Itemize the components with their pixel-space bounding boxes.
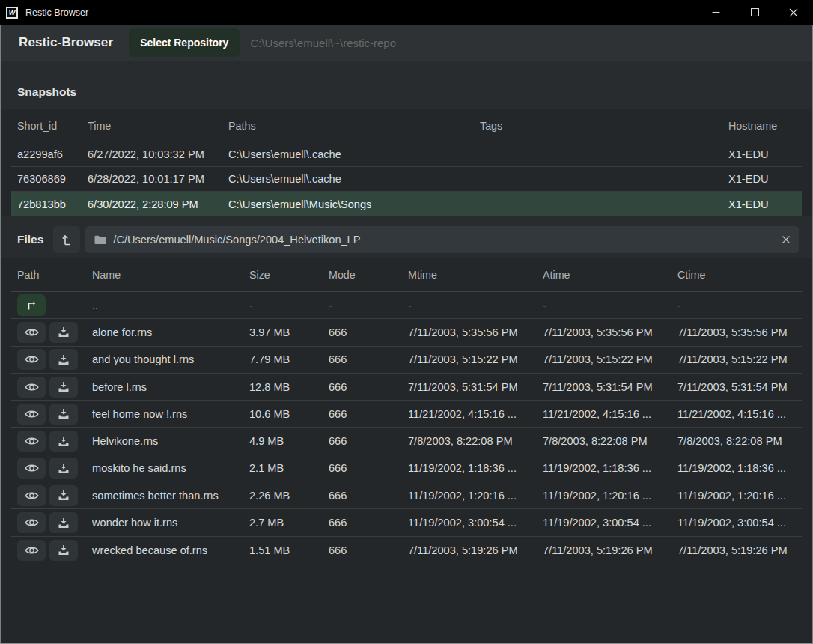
file-actions — [17, 294, 92, 316]
snapshot-row[interactable]: 72b813bb6/30/2022, 2:28:09 PMC:\Users\em… — [11, 192, 802, 216]
file-name[interactable]: before l.rns — [92, 381, 249, 393]
column-header-path: Path — [17, 269, 92, 281]
file-ctime: 11/19/2002, 3:00:54 ... — [678, 517, 802, 529]
maximize-button[interactable] — [735, 0, 774, 25]
current-path-text[interactable]: /C/Users/emuell/Music/Songs/2004_Helveti… — [113, 234, 778, 246]
file-atime: 7/11/2003, 5:31:54 PM — [543, 381, 678, 393]
select-repository-button[interactable]: Select Repository — [129, 28, 240, 57]
download-file-button[interactable] — [49, 458, 78, 479]
file-row: moskito he said.rns2.1 MB66611/19/2002, … — [11, 455, 802, 482]
parent-dir-icon — [25, 300, 38, 311]
file-name[interactable]: Helvikone.rns — [92, 435, 249, 447]
download-icon — [58, 436, 70, 447]
file-ctime: 11/21/2002, 4:15:16 ... — [678, 408, 802, 420]
file-ctime: 7/8/2003, 8:22:08 PM — [678, 435, 802, 447]
file-mode: 666 — [329, 326, 408, 338]
file-name[interactable]: sometimes better than.rns — [92, 490, 249, 502]
snapshots-heading: Snapshots — [17, 85, 76, 99]
snapshot-time: 6/28/2022, 10:01:17 PM — [88, 173, 228, 185]
snapshot-row[interactable]: a2299af66/27/2022, 10:03:32 PMC:\Users\e… — [11, 142, 802, 167]
preview-file-button[interactable] — [17, 540, 46, 561]
file-atime: 7/11/2003, 5:15:22 PM — [543, 353, 678, 365]
app-header: Restic-Browser Select Repository C:\User… — [1, 25, 812, 61]
file-atime: 11/19/2002, 3:00:54 ... — [543, 517, 678, 529]
clear-path-button[interactable] — [778, 231, 794, 248]
file-size: - — [249, 300, 329, 312]
file-atime: 7/11/2003, 5:35:56 PM — [543, 326, 678, 338]
preview-file-button[interactable] — [17, 349, 46, 370]
file-actions — [17, 485, 92, 506]
file-size: 2.7 MB — [249, 517, 329, 529]
download-file-button[interactable] — [49, 349, 78, 370]
file-size: 4.9 MB — [249, 435, 329, 447]
download-icon — [58, 408, 70, 419]
file-ctime: 7/11/2003, 5:15:22 PM — [678, 353, 802, 365]
app-logo-icon: W — [6, 7, 18, 19]
file-mtime: 7/8/2003, 8:22:08 PM — [408, 435, 543, 447]
file-mode: 666 — [329, 544, 408, 556]
file-actions — [17, 377, 92, 398]
files-table-body: ..-----alone for.rns3.97 MB6667/11/2003,… — [11, 292, 802, 564]
close-button[interactable] — [774, 0, 813, 25]
download-file-button[interactable] — [49, 431, 78, 452]
preview-file-button[interactable] — [17, 404, 46, 425]
column-header-atime: Atime — [543, 269, 678, 281]
file-atime: - — [543, 300, 678, 312]
preview-icon — [25, 327, 39, 338]
file-name[interactable]: .. — [92, 300, 249, 312]
snapshots-table: Short_id Time Paths Tags Hostname a2299a… — [1, 109, 812, 216]
download-file-button[interactable] — [49, 485, 78, 506]
file-name[interactable]: alone for.rns — [92, 326, 249, 338]
preview-file-button[interactable] — [17, 431, 46, 452]
download-file-button[interactable] — [49, 404, 78, 425]
preview-file-button[interactable] — [17, 322, 46, 343]
file-name[interactable]: and you thought l.rns — [92, 353, 249, 365]
minimize-button[interactable] — [696, 0, 735, 25]
download-icon — [58, 326, 70, 338]
file-size: 3.97 MB — [249, 326, 329, 338]
file-name[interactable]: wonder how it.rns — [92, 517, 249, 529]
preview-file-button[interactable] — [17, 377, 46, 398]
file-mode: 666 — [329, 435, 408, 447]
preview-file-button[interactable] — [17, 512, 46, 533]
preview-icon — [25, 545, 39, 556]
snapshot-short-id: a2299af6 — [17, 148, 88, 160]
file-row: feel home now !.rns10.6 MB66611/21/2002,… — [11, 401, 802, 428]
content-background — [1, 564, 812, 643]
file-ctime: 7/11/2003, 5:31:54 PM — [678, 381, 802, 393]
download-file-button[interactable] — [49, 540, 78, 561]
go-parent-button[interactable] — [17, 294, 46, 316]
snapshot-time: 6/27/2022, 10:03:32 PM — [88, 148, 228, 160]
download-icon — [58, 354, 70, 365]
file-mode: - — [329, 300, 408, 312]
maximize-icon — [751, 9, 758, 16]
file-ctime: 7/11/2003, 5:35:56 PM — [678, 326, 802, 338]
file-mtime: 7/11/2003, 5:31:54 PM — [408, 381, 543, 393]
download-file-button[interactable] — [49, 377, 78, 398]
open-snapshot-root-button[interactable] — [53, 226, 80, 253]
download-icon — [58, 490, 70, 501]
file-row: sometimes better than.rns2.26 MB66611/19… — [11, 482, 802, 509]
file-size: 12.8 MB — [249, 381, 329, 393]
preview-icon — [25, 382, 39, 392]
download-file-button[interactable] — [49, 322, 78, 343]
files-table-header: Path Name Size Mode Mtime Atime Ctime — [11, 258, 802, 292]
current-path-bar[interactable]: /C/Users/emuell/Music/Songs/2004_Helveti… — [85, 226, 799, 253]
column-header-mtime: Mtime — [408, 269, 543, 281]
preview-file-button[interactable] — [17, 485, 46, 506]
file-mtime: 11/19/2002, 3:00:54 ... — [408, 517, 543, 529]
download-file-button[interactable] — [49, 512, 78, 533]
file-name[interactable]: moskito he said.rns — [92, 462, 249, 474]
column-header-short-id: Short_id — [17, 120, 88, 132]
preview-icon — [25, 517, 39, 528]
snapshot-row[interactable]: 763068696/28/2022, 10:01:17 PMC:\Users\e… — [11, 167, 802, 192]
file-name[interactable]: feel home now !.rns — [92, 408, 249, 420]
snapshot-paths: C:\Users\emuell\.cache — [228, 173, 480, 185]
files-section-header: Files /C/Users/emuell/Music/Songs/2004_H… — [1, 216, 812, 258]
file-name[interactable]: wrecked because of.rns — [92, 544, 249, 556]
preview-file-button[interactable] — [17, 458, 46, 479]
snapshot-short-id: 72b813bb — [17, 198, 88, 210]
snapshot-hostname: X1-EDU — [728, 148, 802, 160]
level-up-icon — [61, 234, 72, 246]
file-actions — [17, 512, 92, 533]
